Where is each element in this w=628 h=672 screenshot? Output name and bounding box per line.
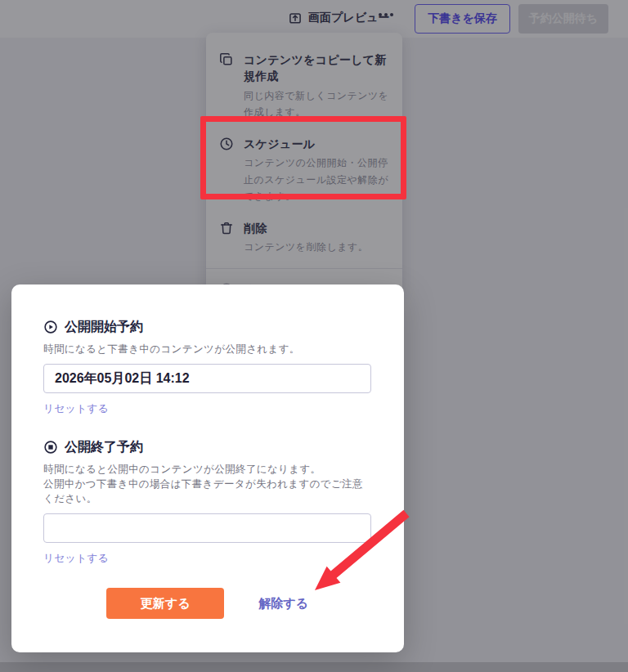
publish-end-title-text: 公開終了予約: [65, 439, 143, 455]
play-circle-icon: [43, 320, 58, 334]
publish-start-description: 時間になると下書き中のコンテンツが公開されます。: [43, 342, 371, 356]
update-button[interactable]: 更新する: [106, 588, 224, 619]
publish-start-title-text: 公開開始予約: [65, 319, 143, 335]
publish-start-section-title: 公開開始予約: [43, 319, 371, 335]
publish-end-datetime-input[interactable]: [43, 513, 371, 543]
publish-end-description-line2: 公開中かつ下書き中の場合は下書きデータが失われますのでご注意ください。: [43, 477, 371, 506]
schedule-modal: 公開開始予約 時間になると下書き中のコンテンツが公開されます。 2026年05月…: [11, 284, 404, 652]
publish-start-datetime-input[interactable]: 2026年05月02日 14:12: [43, 364, 371, 393]
publish-end-reset-link[interactable]: リセットする: [43, 553, 109, 564]
modal-button-row: 更新する 解除する: [43, 588, 371, 619]
publish-start-reset-link[interactable]: リセットする: [43, 403, 109, 414]
publish-end-description-line1: 時間になると公開中のコンテンツが公開終了になります。: [43, 462, 371, 477]
publish-end-description: 時間になると公開中のコンテンツが公開終了になります。 公開中かつ下書き中の場合は…: [43, 462, 371, 506]
stop-circle-icon: [43, 440, 58, 455]
publish-end-section-title: 公開終了予約: [43, 439, 371, 455]
unschedule-link[interactable]: 解除する: [258, 596, 308, 612]
